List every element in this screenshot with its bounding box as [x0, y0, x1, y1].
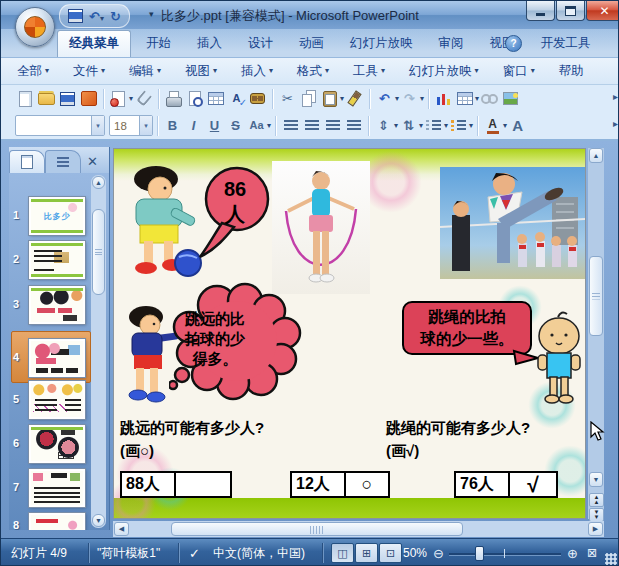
- customize-qat-button[interactable]: ▾: [149, 9, 154, 19]
- undo-icon[interactable]: ↶: [379, 92, 390, 105]
- cloud-bubble-text[interactable]: 跳远的比 拍球的少 得多。: [181, 309, 249, 368]
- toolbar-overflow-icon[interactable]: ▸: [613, 118, 618, 129]
- menu-view[interactable]: 视图▾: [185, 63, 217, 80]
- menu-format[interactable]: 格式▾: [297, 63, 329, 80]
- slideshow-button[interactable]: ⊡: [379, 543, 402, 563]
- boy-bouncing-ball-image[interactable]: [116, 163, 206, 283]
- menu-all[interactable]: 全部▾: [17, 63, 49, 80]
- menu-window[interactable]: 窗口▾: [503, 63, 535, 80]
- tab-home[interactable]: 开始: [135, 31, 182, 57]
- vertical-scrollbar-thumb[interactable]: [589, 256, 603, 336]
- menu-slideshow[interactable]: 幻灯片放映▾: [409, 63, 479, 80]
- template-name[interactable]: "荷叶模板1": [97, 539, 160, 566]
- answer-box-12[interactable]: 12人 ○: [290, 471, 390, 498]
- slide-canvas[interactable]: 86 人: [113, 148, 586, 519]
- language-indicator[interactable]: 中文(简体，中国): [213, 539, 305, 566]
- panel-scrollbar-thumb[interactable]: [92, 209, 105, 295]
- zoom-slider-thumb[interactable]: [475, 546, 484, 561]
- undo-button[interactable]: ↶▾: [89, 7, 104, 25]
- font-color-button[interactable]: A: [482, 115, 503, 136]
- zoom-out-icon[interactable]: ⊖: [433, 539, 444, 566]
- previous-slide-button[interactable]: ▲▲: [589, 493, 604, 507]
- menu-file[interactable]: 文件▾: [73, 63, 105, 80]
- print-icon[interactable]: [163, 88, 184, 109]
- photo-album-icon[interactable]: [500, 88, 521, 109]
- tab-outline[interactable]: [45, 150, 81, 173]
- jump-rope-photo[interactable]: [272, 161, 370, 294]
- answer-box-76[interactable]: 76人 √: [454, 471, 558, 498]
- print-layout-icon[interactable]: [205, 88, 226, 109]
- bold-button[interactable]: B: [168, 119, 177, 132]
- numbered-list-icon[interactable]: [423, 115, 444, 136]
- resize-grip[interactable]: [605, 553, 617, 565]
- scroll-right-icon[interactable]: ▶: [588, 522, 603, 536]
- font-size-combo[interactable]: 18 ▾: [109, 115, 153, 136]
- close-panel-icon[interactable]: ✕: [87, 154, 98, 169]
- save-icon[interactable]: [60, 92, 75, 106]
- slide-thumbnail-1[interactable]: 比多少: [29, 197, 85, 235]
- justify-icon[interactable]: [343, 115, 364, 136]
- menu-tools[interactable]: 工具▾: [353, 63, 385, 80]
- save-as-pptx-icon[interactable]: [78, 88, 99, 109]
- spell-check-icon[interactable]: A✓: [226, 88, 247, 109]
- zoom-in-icon[interactable]: ⊕: [567, 539, 578, 566]
- copy-icon[interactable]: [298, 88, 319, 109]
- zoom-level[interactable]: 50%: [403, 539, 427, 566]
- italic-button[interactable]: I: [192, 119, 196, 132]
- spelling-status-icon[interactable]: ✓: [189, 539, 200, 566]
- horizontal-scrollbar-thumb[interactable]: [171, 522, 463, 536]
- redo-icon[interactable]: ↻: [110, 10, 121, 23]
- restore-button[interactable]: [556, 1, 585, 21]
- scroll-up-icon[interactable]: ▲: [92, 176, 105, 189]
- align-right-icon[interactable]: [322, 115, 343, 136]
- underline-button[interactable]: U: [210, 119, 219, 132]
- toolbar-overflow-icon[interactable]: ▸: [613, 91, 618, 102]
- strikethrough-button[interactable]: S: [231, 119, 240, 132]
- new-file-icon[interactable]: [15, 88, 36, 109]
- slide-thumbnail-4-selected[interactable]: [29, 339, 85, 377]
- slide-thumbnail-5[interactable]: [29, 381, 85, 419]
- chevron-down-icon[interactable]: ▾: [469, 122, 473, 130]
- slide-thumbnail-3[interactable]: [29, 286, 85, 324]
- slide-thumbnail-6[interactable]: [29, 425, 85, 463]
- align-center-icon[interactable]: [301, 115, 322, 136]
- format-painter-icon[interactable]: [344, 88, 365, 109]
- tab-design[interactable]: 设计: [237, 31, 284, 57]
- chevron-down-icon[interactable]: ▾: [100, 14, 104, 23]
- bullet-list-icon[interactable]: [448, 115, 469, 136]
- speech-bubble[interactable]: 跳绳的比拍 球的少一些。: [402, 301, 532, 355]
- office-button[interactable]: [15, 7, 55, 47]
- question-left[interactable]: 跳远的可能有多少人? (画○): [120, 417, 264, 462]
- normal-view-button[interactable]: ◫: [331, 543, 354, 563]
- paste-icon[interactable]: [319, 88, 340, 109]
- attach-icon[interactable]: [133, 88, 154, 109]
- tab-animations[interactable]: 动画: [288, 31, 335, 57]
- slide-thumbnail-8[interactable]: [29, 513, 85, 530]
- tab-developer[interactable]: 开发工具: [530, 31, 602, 57]
- horizontal-scrollbar[interactable]: ◀ ▶: [113, 521, 604, 537]
- scroll-down-icon[interactable]: ▼: [589, 472, 603, 487]
- tab-review[interactable]: 审阅: [428, 31, 475, 57]
- chevron-down-icon[interactable]: ▾: [267, 122, 271, 130]
- open-file-icon[interactable]: [36, 88, 57, 109]
- slide-thumbnail-7[interactable]: [29, 469, 85, 507]
- tab-classic-menu[interactable]: 经典菜单: [57, 30, 131, 57]
- answer-box-88[interactable]: 88人: [120, 471, 232, 498]
- permission-icon[interactable]: [108, 88, 129, 109]
- cut-icon[interactable]: ✂: [282, 92, 293, 105]
- line-spacing-icon[interactable]: ⇕: [378, 119, 389, 132]
- question-right[interactable]: 跳绳的可能有多少人? (画√): [386, 417, 530, 462]
- slide-sorter-button[interactable]: ⊞: [355, 543, 378, 563]
- menu-insert[interactable]: 插入▾: [241, 63, 273, 80]
- align-left-icon[interactable]: [280, 115, 301, 136]
- scroll-left-icon[interactable]: ◀: [114, 522, 129, 536]
- menu-edit[interactable]: 编辑▾: [129, 63, 161, 80]
- chevron-down-icon[interactable]: ▾: [139, 116, 152, 135]
- scroll-up-icon[interactable]: ▲: [589, 148, 603, 163]
- high-kick-photo[interactable]: [440, 167, 586, 279]
- fit-to-window-icon[interactable]: ⊠: [587, 539, 597, 566]
- print-preview-icon[interactable]: [184, 88, 205, 109]
- chevron-down-icon[interactable]: ▾: [91, 116, 104, 135]
- close-button[interactable]: ✕: [586, 1, 619, 21]
- next-slide-button[interactable]: ▼▼: [589, 508, 604, 522]
